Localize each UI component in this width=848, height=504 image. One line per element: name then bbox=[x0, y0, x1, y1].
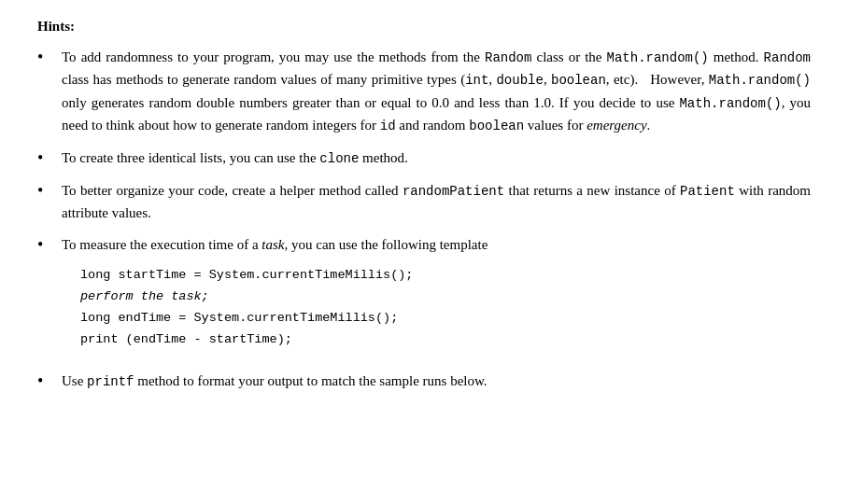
code-id: id bbox=[380, 119, 396, 133]
code-boolean-2: boolean bbox=[469, 119, 524, 133]
hint-content-printf: Use printf method to format your output … bbox=[62, 370, 811, 392]
code-random-class-2: Random bbox=[764, 50, 811, 65]
hint-item-clone: • To create three identical lists, you c… bbox=[37, 147, 811, 170]
code-patient: Patient bbox=[680, 184, 735, 199]
code-double: double bbox=[496, 73, 543, 88]
code-line-3: long endTime = System.currentTimeMillis(… bbox=[80, 311, 398, 325]
em-emergency: emergency bbox=[587, 118, 646, 133]
code-math-random-1: Math.random() bbox=[607, 50, 709, 65]
em-task: task bbox=[261, 237, 284, 252]
code-random-patient: randomPatient bbox=[403, 184, 504, 199]
bullet-3: • bbox=[37, 179, 56, 203]
hint-content-helper: To better organize your code, create a h… bbox=[62, 179, 811, 224]
bullet-1: • bbox=[37, 46, 56, 69]
code-line-2: perform the task; bbox=[80, 289, 209, 303]
code-boolean: boolean bbox=[551, 73, 606, 88]
bullet-2: • bbox=[37, 147, 56, 170]
hint-item-timing: • To measure the execution time of a tas… bbox=[37, 233, 811, 360]
code-math-random-3: Math.random() bbox=[679, 96, 781, 111]
code-clone: clone bbox=[319, 151, 359, 166]
hints-title: Hints: bbox=[37, 19, 811, 35]
hint-item-helper: • To better organize your code, create a… bbox=[37, 179, 811, 224]
hint-content-clone: To create three identical lists, you can… bbox=[62, 147, 811, 169]
code-random-class: Random bbox=[485, 50, 531, 65]
bullet-5: • bbox=[37, 370, 56, 393]
code-printf: printf bbox=[87, 374, 134, 389]
code-line-4: print (endTime - startTime); bbox=[80, 332, 292, 346]
hint-content-random: To add randomness to your program, you m… bbox=[62, 46, 811, 137]
bullet-4: • bbox=[37, 233, 56, 257]
code-int: int bbox=[465, 73, 488, 88]
hints-section: Hints: • To add randomness to your progr… bbox=[37, 19, 811, 393]
hint-item-random: • To add randomness to your program, you… bbox=[37, 46, 811, 137]
hint-content-timing: To measure the execution time of a task,… bbox=[62, 233, 811, 360]
code-math-random-2: Math.random() bbox=[709, 73, 811, 88]
hint-item-printf: • Use printf method to format your outpu… bbox=[37, 370, 811, 393]
hints-list: • To add randomness to your program, you… bbox=[37, 46, 811, 393]
code-block-timing: long startTime = System.currentTimeMilli… bbox=[80, 265, 811, 351]
code-line-1: long startTime = System.currentTimeMilli… bbox=[80, 268, 413, 282]
